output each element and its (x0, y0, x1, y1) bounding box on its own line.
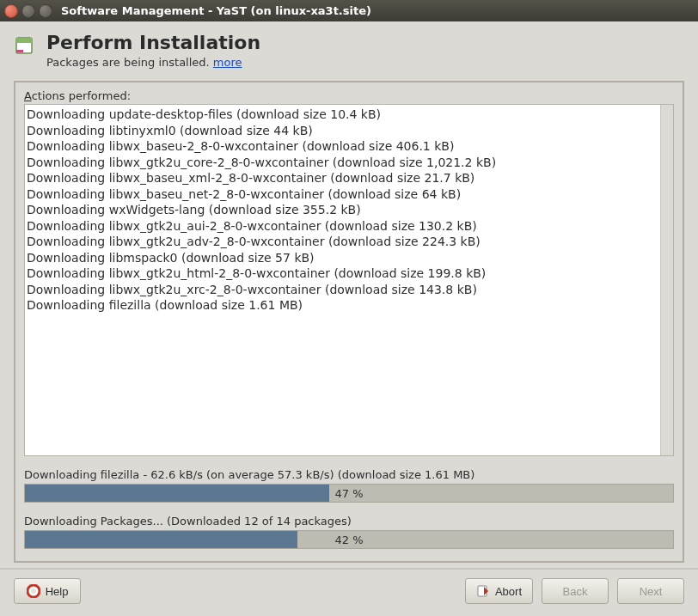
help-button[interactable]: Help (14, 578, 81, 604)
svg-rect-2 (16, 50, 23, 52)
button-row: Help Abort Back Next (0, 568, 698, 616)
content-panel: Actions performed: Downloading update-de… (14, 81, 684, 563)
page-subtitle: Packages are being installed. more (46, 56, 260, 69)
titlebar: Software Management - YaST (on linux-xa3… (0, 0, 698, 21)
abort-button[interactable]: Abort (465, 578, 533, 604)
next-button: Next (617, 578, 684, 604)
abort-icon (476, 584, 490, 598)
current-download-progressbar: 47 % (24, 484, 674, 503)
close-icon[interactable] (4, 4, 18, 18)
actions-performed-label: Actions performed: (24, 89, 674, 102)
help-icon (27, 584, 40, 598)
svg-point-4 (31, 589, 36, 594)
back-button: Back (542, 578, 609, 604)
overall-download-label: Downloading Packages... (Downloaded 12 o… (24, 515, 674, 528)
scrollbar[interactable] (660, 105, 673, 455)
svg-rect-1 (16, 38, 32, 43)
maximize-icon[interactable] (39, 4, 52, 18)
header: Perform Installation Packages are being … (0, 21, 698, 76)
package-icon (14, 35, 34, 56)
current-download-section: Downloading filezilla - 62.6 kB/s (on av… (24, 468, 674, 503)
current-download-percent: 47 % (25, 485, 673, 502)
minimize-icon[interactable] (21, 4, 35, 18)
page-title: Perform Installation (46, 32, 260, 53)
log-content: Downloading update-desktop-files (downlo… (25, 105, 660, 455)
window-title: Software Management - YaST (on linux-xa3… (61, 4, 371, 17)
overall-download-section: Downloading Packages... (Downloaded 12 o… (24, 515, 674, 549)
current-download-label: Downloading filezilla - 62.6 kB/s (on av… (24, 468, 674, 481)
log-textarea[interactable]: Downloading update-desktop-files (downlo… (24, 104, 674, 456)
overall-download-percent: 42 % (25, 531, 673, 548)
overall-download-progressbar: 42 % (24, 530, 674, 549)
more-link[interactable]: more (213, 56, 242, 69)
